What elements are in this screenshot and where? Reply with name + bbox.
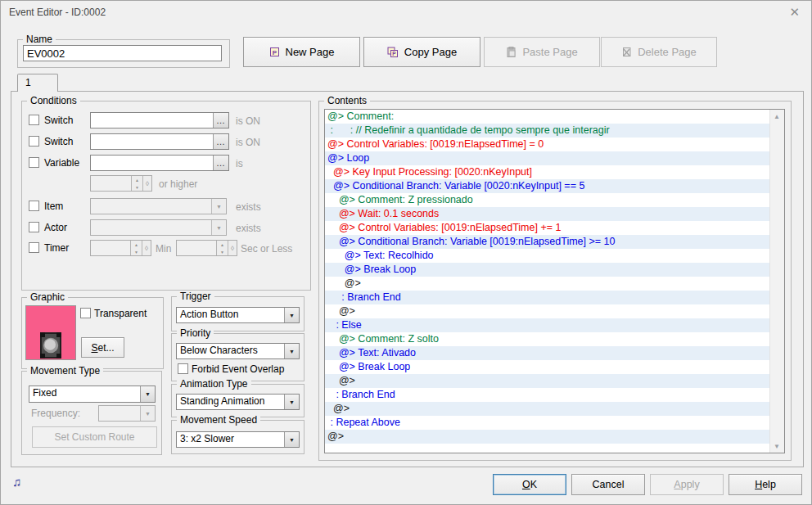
contents-group: Contents @> Comment: : : // Redefinir a … bbox=[318, 101, 792, 461]
movement-type-select[interactable]: Fixed ▼ bbox=[29, 386, 156, 403]
scroll-down-icon[interactable]: ▼ bbox=[770, 440, 783, 453]
spinner-diamond-icon: ◊ bbox=[142, 176, 151, 191]
item-suffix: exists bbox=[236, 201, 261, 213]
timer-min-label: Min bbox=[156, 243, 171, 255]
switch2-browse-button[interactable]: … bbox=[213, 134, 228, 149]
item-checkbox[interactable] bbox=[29, 201, 39, 211]
spin-up-icon[interactable]: ▲ bbox=[131, 241, 142, 248]
ok-button[interactable]: OK bbox=[493, 474, 566, 495]
movement-speed-value: 3: x2 Slower bbox=[177, 432, 284, 447]
animation-type-select[interactable]: Standing Animation ▼ bbox=[176, 394, 300, 410]
actor-checkbox[interactable] bbox=[29, 222, 39, 232]
event-command-row[interactable]: @> Key Input Processing: [0020:nKeyInput… bbox=[325, 165, 770, 179]
apply-label: Apply bbox=[674, 479, 699, 490]
contents-scrollbar[interactable]: ▲ ▼ bbox=[769, 110, 784, 453]
event-command-row[interactable]: : Else bbox=[325, 318, 770, 332]
forbid-overlap-label: Forbid Event Overlap bbox=[192, 363, 284, 375]
music-note-icon: ♫ bbox=[12, 475, 21, 489]
new-page-button[interactable]: P New Page bbox=[243, 37, 360, 67]
page-tab-1[interactable]: 1 bbox=[17, 74, 58, 92]
name-group: Name bbox=[17, 39, 230, 68]
new-page-icon: P bbox=[269, 47, 280, 57]
timer-sec-label: Sec or Less bbox=[241, 243, 292, 255]
chevron-down-icon: ▼ bbox=[140, 386, 155, 402]
spin-down-icon[interactable]: ▼ bbox=[217, 248, 228, 255]
event-command-row[interactable]: : Repeat Above bbox=[325, 416, 770, 430]
event-command-row[interactable]: @> Conditional Branch: Variable [0019:nE… bbox=[325, 235, 770, 249]
delete-page-button: Delete Page bbox=[601, 37, 717, 67]
event-command-row[interactable]: @> bbox=[325, 277, 770, 291]
chevron-down-icon: ▼ bbox=[140, 406, 155, 421]
event-command-row[interactable]: : : // Redefinir a quantidade de tempo s… bbox=[325, 124, 770, 138]
apply-button: Apply bbox=[650, 474, 724, 495]
variable-checkbox[interactable] bbox=[29, 157, 39, 168]
help-button[interactable]: Help bbox=[729, 474, 802, 495]
delete-page-icon bbox=[621, 47, 632, 57]
spin-up-icon[interactable]: ▲ bbox=[217, 241, 228, 248]
cancel-button[interactable]: Cancel bbox=[571, 474, 645, 495]
graphic-group: Graphic Transparent Set... bbox=[21, 297, 164, 369]
switch2-checkbox[interactable] bbox=[29, 136, 39, 147]
spin-up-icon[interactable]: ▲ bbox=[132, 176, 142, 183]
movement-type-label: Movement Type bbox=[27, 365, 103, 376]
contents-list: @> Comment: : : // Redefinir a quantidad… bbox=[325, 110, 770, 453]
event-command-row[interactable]: @> Comment: bbox=[325, 110, 770, 124]
transparent-checkbox[interactable] bbox=[80, 308, 91, 318]
item-select-value bbox=[91, 199, 211, 214]
scroll-up-icon[interactable]: ▲ bbox=[770, 110, 783, 123]
switch2-value bbox=[91, 134, 213, 149]
event-command-row[interactable]: @> Break Loop bbox=[325, 263, 770, 277]
copy-page-button[interactable]: P Copy Page bbox=[363, 37, 480, 67]
actor-select-value bbox=[91, 220, 211, 235]
movement-speed-select[interactable]: 3: x2 Slower ▼ bbox=[176, 431, 300, 448]
event-command-row[interactable]: @> Break Loop bbox=[325, 360, 770, 374]
set-graphic-button[interactable]: Set... bbox=[81, 337, 124, 358]
variable-value-spinner: ▲▼ ◊ bbox=[90, 175, 152, 192]
conditions-group-label: Conditions bbox=[27, 95, 80, 106]
name-group-label: Name bbox=[23, 34, 56, 45]
forbid-overlap-checkbox[interactable] bbox=[178, 363, 188, 374]
event-command-row[interactable]: @> Control Variables: [0019:nElapsedTime… bbox=[325, 138, 770, 151]
event-command-row[interactable]: @> bbox=[325, 402, 770, 416]
spinner-diamond-icon: ◊ bbox=[228, 241, 237, 255]
event-command-row[interactable]: @> Comment: Z solto bbox=[325, 332, 770, 346]
switch1-suffix: is ON bbox=[236, 115, 260, 127]
event-command-row[interactable]: @> bbox=[325, 430, 770, 444]
event-name-input[interactable] bbox=[23, 45, 222, 61]
graphic-preview[interactable] bbox=[25, 305, 76, 360]
actor-label: Actor bbox=[44, 222, 67, 233]
set-graphic-label: Set... bbox=[91, 342, 114, 354]
variable-spinner-arrows: ▲▼ bbox=[131, 176, 142, 191]
timer-checkbox[interactable] bbox=[29, 242, 39, 253]
paste-page-icon bbox=[506, 47, 517, 57]
spin-down-icon[interactable]: ▼ bbox=[131, 248, 142, 255]
switch1-checkbox[interactable] bbox=[29, 115, 39, 125]
or-higher-label: or higher bbox=[159, 178, 197, 190]
variable-value-spinner-field bbox=[91, 176, 131, 191]
movement-speed-group: Movement Speed 3: x2 Slower ▼ bbox=[171, 420, 304, 454]
event-command-row[interactable]: @> Text: Recolhido bbox=[325, 249, 770, 263]
event-command-row[interactable]: @> Loop bbox=[325, 151, 770, 165]
event-command-row[interactable]: : Branch End bbox=[325, 291, 770, 304]
trigger-value: Action Button bbox=[177, 308, 284, 322]
variable-browse-button[interactable]: … bbox=[213, 156, 228, 170]
cancel-label: Cancel bbox=[593, 479, 625, 490]
priority-select[interactable]: Below Characters ▼ bbox=[176, 343, 300, 359]
close-icon[interactable]: ✕ bbox=[789, 5, 800, 20]
switch1-browse-button[interactable]: … bbox=[213, 113, 228, 128]
contents-listbox[interactable]: @> Comment: : : // Redefinir a quantidad… bbox=[324, 109, 785, 453]
animation-type-label: Animation Type bbox=[177, 378, 251, 390]
event-command-row[interactable]: @> bbox=[325, 374, 770, 388]
event-command-row[interactable]: @> Text: Ativado bbox=[325, 346, 770, 360]
event-command-row[interactable]: @> Control Variables: [0019:nElapsedTime… bbox=[325, 221, 770, 235]
event-command-row[interactable]: @> Wait: 0.1 seconds bbox=[325, 207, 770, 221]
event-command-row[interactable]: @> bbox=[325, 304, 770, 318]
spin-down-icon[interactable]: ▼ bbox=[132, 183, 142, 191]
movement-type-value: Fixed bbox=[29, 386, 140, 402]
event-command-row[interactable]: : Branch End bbox=[325, 388, 770, 402]
priority-value: Below Characters bbox=[177, 344, 284, 358]
event-command-row[interactable]: @> Comment: Z pressionado bbox=[325, 193, 770, 207]
event-command-row[interactable]: @> Conditional Branch: Variable [0020:nK… bbox=[325, 179, 770, 193]
trigger-select[interactable]: Action Button ▼ bbox=[176, 307, 300, 323]
new-page-label: New Page bbox=[286, 46, 335, 58]
